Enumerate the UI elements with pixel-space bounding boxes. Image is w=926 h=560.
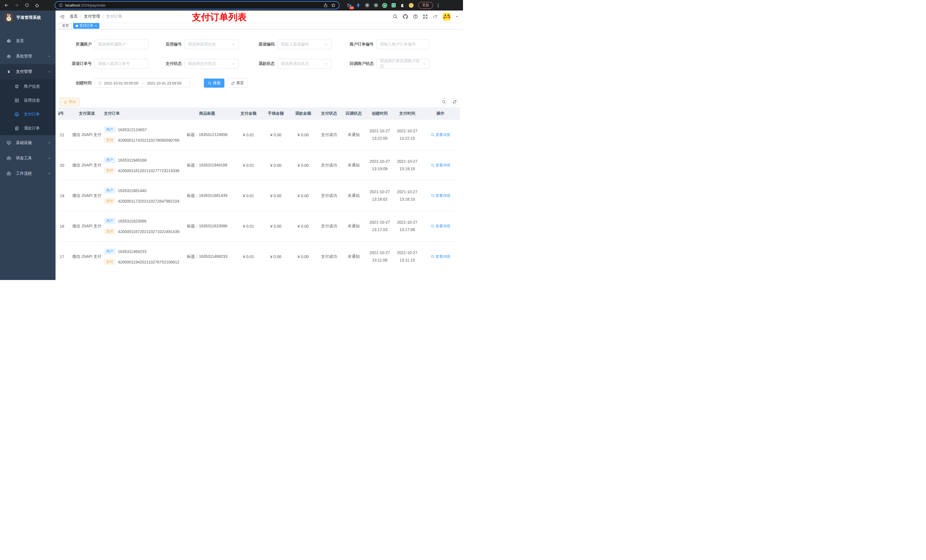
view-detail-link[interactable]: 查看详情 xyxy=(431,163,450,168)
created-time-cell: 2021-10-2713:18:02 xyxy=(366,189,393,203)
browser-back-icon[interactable] xyxy=(2,2,10,9)
select-渠道编码[interactable]: 请输入渠道编码 xyxy=(277,39,331,49)
sidebar-item-label: 研发工具 xyxy=(16,155,32,161)
breadcrumb-item-首页[interactable]: 首页 xyxy=(70,14,78,19)
github-icon[interactable] xyxy=(402,14,408,20)
browser-forward-icon[interactable] xyxy=(12,2,21,9)
notify-status-cell: 未通知 xyxy=(341,132,366,137)
fee-cell: ¥ 0.00 xyxy=(262,224,290,228)
breadcrumb-item-支付管理[interactable]: 支付管理 xyxy=(84,14,100,19)
pay-status-cell: 支付成功 xyxy=(317,193,341,198)
pay-order-no: 4200001173202110272847982104 xyxy=(118,199,179,204)
merchant-tag: 商户 xyxy=(104,187,115,193)
share-icon[interactable] xyxy=(324,3,328,8)
tab-支付订单[interactable]: 支付订单× xyxy=(73,23,99,29)
filter-label: 支付状态 xyxy=(159,61,182,66)
bookmark-star-icon[interactable] xyxy=(331,3,336,8)
date-range-input[interactable]: 2021-10-01 00:00:00-2021-10-31 23:59:59 xyxy=(95,78,190,88)
select-支付状态[interactable]: 请选择支付状态 xyxy=(185,59,239,69)
menu-fold-icon[interactable] xyxy=(59,14,65,20)
pay-status-cell: 支付成功 xyxy=(317,223,341,229)
pay-tag: 支付 xyxy=(104,259,115,265)
sidebar-item-退款订单[interactable]: 退款订单 xyxy=(0,121,56,135)
browser-menu-icon[interactable] xyxy=(436,3,440,8)
select-退款状态[interactable]: 请选择退款状态 xyxy=(277,59,331,69)
sidebar-item-支付订单[interactable]: ¥支付订单 xyxy=(0,107,56,121)
table-row: 20微信 JSAPI 支付商户1635311949168支付4200001181… xyxy=(58,150,460,181)
sidebar-item-研发工具[interactable]: 研发工具 xyxy=(0,151,56,166)
time-line: 13:19:09 xyxy=(366,165,393,173)
site-info-icon[interactable] xyxy=(59,3,63,8)
extension-green-icon[interactable] xyxy=(391,3,396,8)
user-avatar[interactable] xyxy=(443,13,451,21)
sidebar-item-工作流程[interactable]: 工作流程 xyxy=(0,166,56,181)
header-search-icon[interactable] xyxy=(393,14,398,19)
view-detail-label: 查看详情 xyxy=(436,193,450,198)
filter-label: 所属商户 xyxy=(60,42,92,47)
extension-recorder-icon[interactable] xyxy=(373,3,378,8)
filter-label: 回调商户状态 xyxy=(342,61,374,66)
extension-command-icon[interactable]: ⌘ xyxy=(365,3,369,8)
grid-icon xyxy=(14,98,20,103)
browser-update-button[interactable]: 更新 xyxy=(418,2,433,9)
filter-field-商户订单编号: 商户订单编号请输入商户订单编号 xyxy=(342,39,430,49)
select-应用编号[interactable]: 请选择应用信息 xyxy=(185,39,239,49)
sidebar-item-系统管理[interactable]: 系统管理 xyxy=(0,49,56,64)
sidebar-item-商户信息[interactable]: 商户信息 xyxy=(0,79,56,93)
sidebar-menu: 首页系统管理¥支付管理商户信息应用信息¥支付订单退款订单基础设施研发工具工作流程 xyxy=(0,25,56,181)
filter-label: 渠道编码 xyxy=(249,42,274,47)
fullscreen-icon[interactable] xyxy=(423,14,428,19)
sidebar-item-首页[interactable]: 首页 xyxy=(0,33,56,49)
extension-sidebar-icon[interactable]: 10 xyxy=(347,3,352,8)
view-detail-link[interactable]: 查看详情 xyxy=(431,254,450,259)
amount-cell: ¥ 0.01 xyxy=(235,193,262,198)
extension-y-icon[interactable]: Y xyxy=(382,3,387,8)
order-cell: 商户1635312124657支付42000011742021102780605… xyxy=(104,127,179,143)
toggle-search-button[interactable] xyxy=(440,98,448,106)
browser-address-bar[interactable]: localhost:1024/pay/order xyxy=(54,1,339,9)
view-detail-link[interactable]: 查看详情 xyxy=(431,193,450,198)
filter-label: 退款状态 xyxy=(249,61,274,66)
input-所属商户[interactable]: 请选择所属商户 xyxy=(95,39,149,49)
browser-home-icon[interactable] xyxy=(33,2,41,9)
export-button[interactable]: 导出 xyxy=(60,98,80,106)
input-渠道订单号[interactable]: 请输入渠道订单号 xyxy=(95,59,149,69)
magnifier-icon xyxy=(431,163,434,167)
browser-reload-icon[interactable] xyxy=(23,2,31,9)
sidebar-item-支付管理[interactable]: ¥支付管理 xyxy=(0,64,56,79)
table-toolbar: 导出 xyxy=(56,98,463,106)
app-logo[interactable]: 芋道管理系统 xyxy=(0,11,56,25)
view-detail-link[interactable]: 查看详情 xyxy=(431,223,450,229)
input-商户订单编号[interactable]: 请输入商户订单编号 xyxy=(377,39,430,49)
view-detail-link[interactable]: 查看详情 xyxy=(431,132,450,137)
filter-field-所属商户: 所属商户请选择所属商户 xyxy=(60,39,149,49)
avatar-caret-down-icon[interactable] xyxy=(455,15,458,18)
tab-close-icon[interactable]: × xyxy=(95,24,97,27)
help-icon[interactable] xyxy=(413,14,418,19)
column-header-label: 支付时间 xyxy=(399,111,415,116)
sidebar-item-基础设施[interactable]: 基础设施 xyxy=(0,135,56,151)
extension-kite-icon[interactable] xyxy=(356,3,361,8)
time-line: 13:19:15 xyxy=(393,165,421,173)
search-button[interactable]: 搜索 xyxy=(204,78,224,88)
column-header-回调状态: 回调状态 xyxy=(341,111,366,116)
reset-button[interactable]: 重置 xyxy=(227,78,248,88)
browser-profile-avatar[interactable] xyxy=(409,3,414,8)
pay-tag: 支付 xyxy=(104,228,115,234)
font-size-icon[interactable]: TT xyxy=(433,14,438,20)
placeholder-text: 请选择所属商户 xyxy=(98,42,126,47)
refresh-table-button[interactable] xyxy=(451,98,459,106)
extensions-puzzle-icon[interactable] xyxy=(400,3,405,8)
date-line: 2021-10-27 xyxy=(393,219,421,226)
filter-label: 商户订单编号 xyxy=(342,42,374,47)
magnifier-icon xyxy=(431,194,434,198)
select-回调商户状态[interactable]: 请选择订单回调商户状态 xyxy=(377,59,430,69)
pay-status-cell: 支付成功 xyxy=(317,132,341,137)
sidebar-item-应用信息[interactable]: 应用信息 xyxy=(0,93,56,107)
chevron-down-icon xyxy=(422,62,426,66)
pay-order-line: 支付4200001174202110278060590766 xyxy=(104,137,179,143)
search-button-label: 搜索 xyxy=(213,80,220,86)
tab-首页[interactable]: 首页 xyxy=(59,23,71,29)
filter-label: 渠道订单号 xyxy=(60,61,92,66)
chevron-down-icon xyxy=(48,141,51,145)
